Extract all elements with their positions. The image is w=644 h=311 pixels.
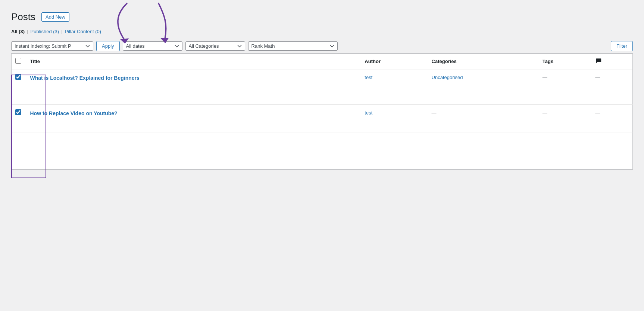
row-1-tags-cell: — <box>539 69 591 105</box>
row-2-checkbox-cell <box>12 104 26 132</box>
select-all-column <box>12 54 26 69</box>
author-column-header: Author <box>361 54 428 69</box>
row-1-category-link[interactable]: Uncategorised <box>432 75 463 80</box>
select-all-checkbox[interactable] <box>15 58 21 64</box>
rank-math-filter-select[interactable]: Rank Math <box>248 41 338 51</box>
apply-button[interactable]: Apply <box>96 41 120 51</box>
bulk-action-select[interactable]: Instant Indexing: Submit P <box>11 41 93 51</box>
row-1-comments-cell: — <box>591 69 632 105</box>
add-new-button[interactable]: Add New <box>41 12 69 22</box>
dates-filter-select[interactable]: All dates <box>123 41 182 51</box>
row-2-title-link[interactable]: How to Replace Video on Youtube? <box>30 110 118 116</box>
table-row: How to Replace Video on Youtube? test — … <box>12 104 633 132</box>
categories-column-header: Categories <box>428 54 539 69</box>
comment-icon <box>595 57 602 64</box>
title-column-header: Title <box>26 54 361 69</box>
row-2-author-cell: test <box>361 104 428 132</box>
empty-row <box>12 132 633 170</box>
status-filter-nav: All (3) | Published (3) | Pillar Content… <box>11 29 633 34</box>
row-2-categories-cell: — <box>428 104 539 132</box>
row-2-comments-cell: — <box>591 104 632 132</box>
posts-table: Title Author Categories Tags <box>11 53 633 170</box>
tablenav: Instant Indexing: Submit P Apply All dat… <box>11 39 633 53</box>
published-filter-link[interactable]: Published (3) <box>31 29 59 34</box>
page-title: Posts <box>11 11 35 23</box>
row-1-checkbox[interactable] <box>15 74 21 80</box>
categories-filter-select[interactable]: All Categories <box>185 41 245 51</box>
tags-column-header: Tags <box>539 54 591 69</box>
comments-column-header <box>591 54 632 69</box>
table-row: What is Localhost? Explained for Beginne… <box>12 69 633 105</box>
filter-button[interactable]: Filter <box>611 41 633 51</box>
row-1-title-link[interactable]: What is Localhost? Explained for Beginne… <box>30 75 140 81</box>
row-1-author-link[interactable]: test <box>365 75 372 80</box>
row-2-title-cell: How to Replace Video on Youtube? <box>26 104 361 132</box>
row-2-author-link[interactable]: test <box>365 110 372 116</box>
row-1-author-cell: test <box>361 69 428 105</box>
row-2-tags-cell: — <box>539 104 591 132</box>
posts-table-wrapper: Title Author Categories Tags <box>11 53 633 170</box>
sep-1: | <box>27 29 28 34</box>
all-filter-link[interactable]: All (3) <box>11 29 25 34</box>
row-1-checkbox-cell <box>12 69 26 105</box>
row-1-title-cell: What is Localhost? Explained for Beginne… <box>26 69 361 105</box>
row-2-checkbox[interactable] <box>15 109 21 115</box>
row-1-categories-cell: Uncategorised <box>428 69 539 105</box>
pillar-content-filter-link[interactable]: Pillar Content (0) <box>65 29 101 34</box>
sep-2: | <box>61 29 62 34</box>
